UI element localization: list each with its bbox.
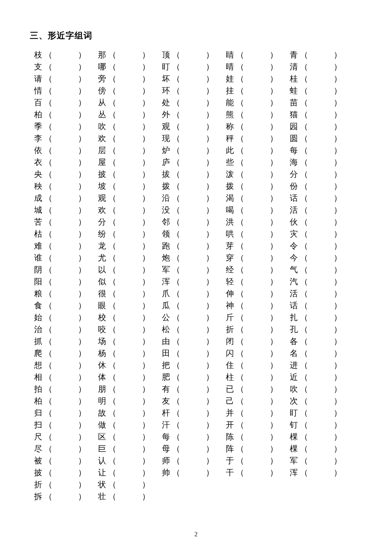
- char-entry: 圆（）: [290, 133, 354, 145]
- char-entry: 区（）: [98, 431, 162, 443]
- hanzi-char: 活: [290, 288, 299, 300]
- blank-parentheses: （）: [299, 156, 342, 168]
- char-entry: 环（）: [162, 85, 226, 97]
- char-entry: 壮（）: [98, 491, 162, 503]
- char-entry: 旁（）: [98, 73, 162, 85]
- char-entry: 闭（）: [226, 335, 290, 347]
- hanzi-char: 军: [290, 455, 299, 467]
- hanzi-char: 拨: [226, 180, 235, 192]
- hanzi-char: 环: [162, 85, 171, 97]
- blank-parentheses: （）: [171, 419, 214, 431]
- hanzi-char: 公: [162, 312, 171, 324]
- hanzi-char: 粮: [34, 288, 43, 300]
- blank-parentheses: （）: [235, 407, 278, 419]
- hanzi-char: 始: [34, 312, 43, 324]
- blank-parentheses: （）: [43, 324, 86, 335]
- blank-parentheses: （）: [107, 347, 150, 359]
- blank-parentheses: （）: [235, 73, 278, 85]
- hanzi-char: 进: [290, 359, 299, 371]
- hanzi-char: 伙: [290, 216, 299, 228]
- blank-parentheses: （）: [171, 443, 214, 455]
- blank-parentheses: （）: [107, 431, 150, 443]
- char-entry: 瓜（）: [162, 300, 226, 312]
- hanzi-char: 尺: [34, 431, 43, 443]
- hanzi-char: 做: [98, 419, 107, 431]
- hanzi-char: 份: [290, 180, 299, 192]
- char-entry: 没（）: [162, 204, 226, 216]
- hanzi-char: 食: [34, 300, 43, 312]
- hanzi-char: 秤: [226, 133, 235, 145]
- hanzi-char: 成: [34, 192, 43, 204]
- hanzi-char: 庐: [162, 156, 171, 168]
- char-entry: 经（）: [226, 264, 290, 276]
- hanzi-char: 穿: [226, 252, 235, 264]
- hanzi-char: 很: [98, 288, 107, 300]
- blank-parentheses: （）: [299, 145, 342, 156]
- char-entry: 住（）: [226, 359, 290, 371]
- hanzi-char: 处: [162, 97, 171, 109]
- hanzi-char: 归: [34, 407, 43, 419]
- blank-parentheses: （）: [43, 61, 86, 73]
- char-entry: 做（）: [98, 419, 162, 431]
- hanzi-char: 尽: [34, 443, 43, 455]
- blank-parentheses: （）: [299, 383, 342, 395]
- blank-parentheses: （）: [171, 431, 214, 443]
- char-entry: 爬（）: [34, 347, 98, 359]
- blank-parentheses: （）: [171, 228, 214, 240]
- blank-parentheses: （）: [107, 145, 150, 156]
- blank-parentheses: （）: [299, 204, 342, 216]
- hanzi-char: 名: [290, 347, 299, 359]
- char-entry: 田（）: [162, 347, 226, 359]
- hanzi-char: 洪: [226, 216, 235, 228]
- blank-parentheses: （）: [171, 240, 214, 252]
- hanzi-char: 衣: [34, 156, 43, 168]
- blank-parentheses: （）: [299, 49, 342, 61]
- char-entry: 汗（）: [162, 419, 226, 431]
- char-entry: 成（）: [34, 192, 98, 204]
- blank-parentheses: （）: [43, 180, 86, 192]
- char-entry: 阳（）: [34, 276, 98, 288]
- blank-parentheses: （）: [235, 121, 278, 133]
- blank-parentheses: （）: [299, 371, 342, 383]
- hanzi-char: 芽: [226, 240, 235, 252]
- char-entry: 欢（）: [98, 204, 162, 216]
- blank-parentheses: （）: [107, 276, 150, 288]
- blank-parentheses: （）: [107, 156, 150, 168]
- char-entry: 近（）: [290, 371, 354, 383]
- blank-parentheses: （）: [107, 479, 150, 491]
- blank-parentheses: （）: [235, 252, 278, 264]
- blank-parentheses: （）: [43, 228, 86, 240]
- hanzi-char: 由: [162, 335, 171, 347]
- blank-parentheses: （）: [43, 300, 86, 312]
- blank-parentheses: （）: [107, 371, 150, 383]
- hanzi-char: 央: [34, 168, 43, 180]
- blank-parentheses: （）: [43, 252, 86, 264]
- hanzi-char: 干: [226, 467, 235, 479]
- char-entry: 似（）: [98, 276, 162, 288]
- blank-parentheses: （）: [299, 359, 342, 371]
- blank-parentheses: （）: [299, 276, 342, 288]
- hanzi-char: 邻: [162, 216, 171, 228]
- char-entry: 衣（）: [34, 156, 98, 168]
- hanzi-char: 陈: [226, 431, 235, 443]
- blank-parentheses: （）: [43, 443, 86, 455]
- char-entry: 哄（）: [226, 228, 290, 240]
- hanzi-char: 外: [162, 109, 171, 121]
- blank-parentheses: （）: [107, 407, 150, 419]
- hanzi-char: 坡: [98, 180, 107, 192]
- blank-parentheses: （）: [299, 288, 342, 300]
- char-entry: 故（）: [98, 407, 162, 419]
- blank-parentheses: （）: [235, 467, 278, 479]
- char-entry: 折（）: [226, 324, 290, 335]
- char-entry: 拆（）: [34, 491, 98, 503]
- blank-parentheses: （）: [43, 419, 86, 431]
- char-entry: 松（）: [162, 324, 226, 335]
- char-entry: 李（）: [34, 133, 98, 145]
- blank-parentheses: （）: [299, 335, 342, 347]
- hanzi-char: 观: [98, 192, 107, 204]
- blank-parentheses: （）: [107, 455, 150, 467]
- char-entry: 于（）: [226, 455, 290, 467]
- char-entry: 爪（）: [162, 288, 226, 300]
- blank-parentheses: （）: [171, 156, 214, 168]
- blank-parentheses: （）: [43, 312, 86, 324]
